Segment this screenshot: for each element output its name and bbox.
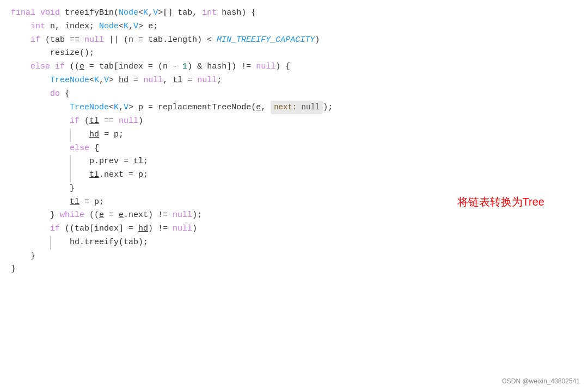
var-hd-1: hd xyxy=(119,74,128,88)
code-line-11: else { xyxy=(11,142,577,156)
code-line-2: int n, index; Node<K,V> e; xyxy=(11,20,577,34)
constant-min-capacity: MIN_TREEIFY_CAPACITY xyxy=(217,34,315,47)
type-node: Node xyxy=(119,7,138,20)
code-line-9: if (tl == null) xyxy=(11,115,577,128)
keyword-final: final xyxy=(11,7,40,20)
generic-bracket: < xyxy=(138,7,143,20)
watermark: CSDN @weixin_43802541 xyxy=(502,376,580,387)
code-line-18: hd.treeify(tab); xyxy=(11,236,577,250)
code-container: final void treeifyBin(Node<K,V>[] tab, i… xyxy=(0,0,588,391)
var-tl-4: tl xyxy=(89,169,99,182)
type-v: V xyxy=(153,7,158,20)
code-line-12: p.prev = tl; xyxy=(11,155,577,169)
keyword-int-1: int xyxy=(202,7,222,20)
code-line-13: tl.next = p; xyxy=(11,169,577,182)
type-k: K xyxy=(143,7,148,20)
code-line-8: TreeNode<K,V> p = replacementTreeNode(e,… xyxy=(11,101,577,115)
type-treenode-2: TreeNode xyxy=(70,101,109,115)
keyword-else-1: else xyxy=(30,60,55,74)
code-line-4: resize(); xyxy=(11,47,577,60)
code-line-7: do { xyxy=(11,88,577,101)
var-hd-3: hd xyxy=(138,222,148,236)
var-tl-1: tl xyxy=(173,74,182,88)
keyword-int-2: int xyxy=(30,20,50,34)
keyword-do: do xyxy=(50,88,65,101)
fn-resize: resize(); xyxy=(50,47,94,60)
var-e-1: e xyxy=(79,60,84,74)
var-e-3: e xyxy=(119,209,124,222)
keyword-if-2: if xyxy=(70,115,84,128)
keyword-else-2: else xyxy=(70,142,94,156)
var-e-2: e xyxy=(99,209,104,222)
fn-treeify: .treeify(tab); xyxy=(79,236,148,250)
code-line-1: final void treeifyBin(Node<K,V>[] tab, i… xyxy=(11,7,577,20)
var-hd-2: hd xyxy=(89,128,99,142)
type-treenode-1: TreeNode xyxy=(50,74,89,88)
code-line-6: TreeNode<K,V> hd = null, tl = null; xyxy=(11,74,577,88)
keyword-void: void xyxy=(40,7,65,20)
keyword-if-3: if xyxy=(50,222,65,236)
code-line-19: } xyxy=(11,250,577,263)
code-line-20: } xyxy=(11,263,577,276)
function-name: treeifyBin( xyxy=(65,7,119,20)
fn-replacement: replacementTreeNode( xyxy=(158,101,256,115)
var-tl-3: tl xyxy=(133,155,143,169)
var-tl-5: tl xyxy=(70,196,79,209)
code-line-16: } while ((e = e.next) != null); xyxy=(11,209,577,222)
var-hd-4: hd xyxy=(70,236,79,250)
keyword-if-1: if xyxy=(30,34,45,47)
type-node-2: Node xyxy=(99,20,119,34)
code-line-5: else if ((e = tab[index = (n - 1) & hash… xyxy=(11,60,577,74)
annotation-text: 将链表转换为Tree xyxy=(457,193,544,210)
var-tl-2: tl xyxy=(89,115,99,128)
code-line-3: if (tab == null || (n = tab.length) < MI… xyxy=(11,34,577,47)
keyword-while: while xyxy=(60,209,89,222)
hint-next: next: null xyxy=(271,101,323,114)
code-line-17: if ((tab[index] = hd) != null) xyxy=(11,222,577,236)
code-line-10: hd = p; xyxy=(11,128,577,142)
